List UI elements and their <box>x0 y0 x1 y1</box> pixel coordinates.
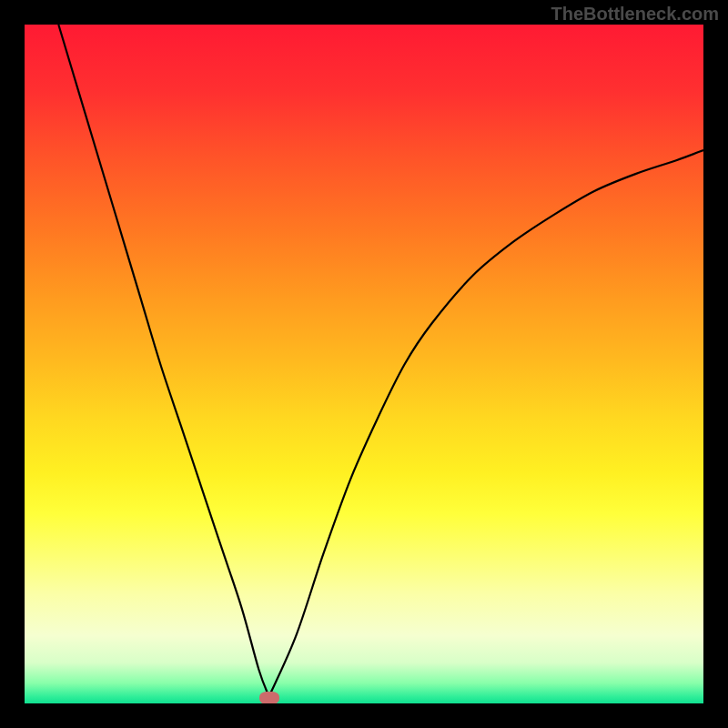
bottleneck-curve <box>25 25 703 703</box>
chart-plot-area <box>25 25 703 703</box>
optimum-marker <box>259 692 279 703</box>
attribution-text: TheBottleneck.com <box>551 4 719 25</box>
